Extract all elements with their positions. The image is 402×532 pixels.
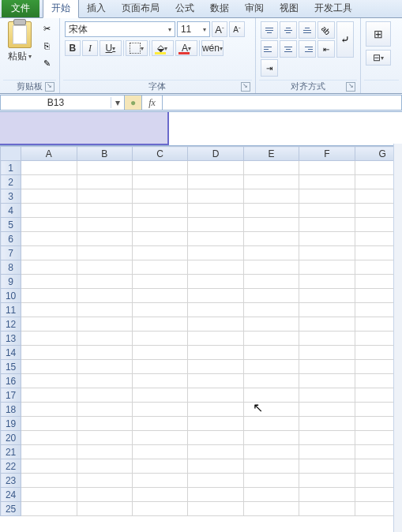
insert-function-button[interactable]: fx	[142, 95, 163, 111]
row-header[interactable]: 3	[1, 189, 21, 204]
row-header[interactable]: 8	[1, 260, 21, 275]
cell[interactable]	[77, 189, 132, 204]
cell[interactable]	[77, 303, 132, 317]
cell[interactable]	[299, 275, 355, 289]
cell[interactable]	[243, 189, 299, 204]
cut-button[interactable]: ✂	[39, 21, 54, 36]
cell[interactable]	[188, 445, 243, 459]
cell[interactable]	[243, 417, 299, 431]
cell[interactable]	[132, 502, 187, 516]
cell[interactable]	[299, 175, 355, 189]
name-box[interactable]: B13 ▾	[0, 95, 125, 111]
cell[interactable]	[21, 189, 77, 204]
cell[interactable]	[21, 317, 77, 332]
tab-formula[interactable]: 公式	[167, 0, 202, 17]
font-name-combo[interactable]: 宋体▾	[65, 21, 175, 37]
cell[interactable]	[243, 332, 299, 346]
cell[interactable]	[21, 218, 77, 232]
row-header[interactable]: 9	[1, 275, 21, 289]
font-size-combo[interactable]: 11▾	[177, 21, 210, 37]
cell[interactable]	[243, 289, 299, 303]
cell[interactable]	[21, 488, 77, 502]
cell[interactable]	[188, 303, 243, 317]
cell[interactable]	[132, 488, 187, 502]
cell[interactable]	[21, 403, 77, 417]
cell[interactable]	[243, 260, 299, 275]
font-color-button[interactable]: A▾	[175, 40, 197, 56]
cell[interactable]	[299, 445, 355, 459]
cell[interactable]	[299, 260, 355, 275]
cell[interactable]	[77, 161, 132, 175]
cell[interactable]	[188, 374, 243, 388]
cell[interactable]	[188, 388, 243, 403]
cell[interactable]	[299, 374, 355, 388]
tab-home[interactable]: 开始	[43, 0, 79, 18]
row-header[interactable]: 23	[1, 474, 21, 488]
row-header[interactable]: 24	[1, 488, 21, 502]
cell[interactable]	[21, 474, 77, 488]
cell[interactable]	[132, 189, 187, 204]
cell[interactable]	[243, 161, 299, 175]
row-header[interactable]: 7	[1, 246, 21, 260]
cell[interactable]	[188, 218, 243, 232]
cell[interactable]	[132, 161, 187, 175]
cell[interactable]	[21, 289, 77, 303]
cell[interactable]	[299, 474, 355, 488]
cell[interactable]	[299, 289, 355, 303]
cell[interactable]	[299, 204, 355, 218]
cell[interactable]	[21, 204, 77, 218]
wrap-text-button[interactable]: ⤶	[336, 21, 354, 58]
col-header[interactable]: A	[21, 147, 77, 161]
cell[interactable]	[299, 246, 355, 260]
cell[interactable]	[243, 459, 299, 474]
cell[interactable]	[132, 360, 187, 374]
increase-indent-button[interactable]: ⇥	[261, 59, 278, 77]
cell[interactable]	[299, 218, 355, 232]
cell[interactable]	[132, 175, 187, 189]
cell[interactable]	[243, 218, 299, 232]
cell[interactable]	[21, 332, 77, 346]
cell[interactable]	[188, 246, 243, 260]
cell[interactable]	[299, 189, 355, 204]
align-left-button[interactable]	[261, 40, 278, 58]
cell[interactable]	[299, 502, 355, 516]
name-box-dropdown[interactable]: ▾	[111, 97, 124, 108]
col-header[interactable]: C	[132, 147, 187, 161]
cell[interactable]	[77, 360, 132, 374]
cell[interactable]	[132, 275, 187, 289]
cell[interactable]	[299, 232, 355, 246]
cell[interactable]	[77, 317, 132, 332]
tab-developer[interactable]: 开发工具	[306, 0, 360, 17]
row-header[interactable]: 5	[1, 218, 21, 232]
cell[interactable]	[243, 502, 299, 516]
cell[interactable]	[21, 388, 77, 403]
bold-button[interactable]: B	[65, 40, 81, 56]
cell[interactable]	[77, 260, 132, 275]
spreadsheet-grid[interactable]: A B C D E F G 12345678910111213141516171…	[0, 146, 402, 532]
cancel-formula-button[interactable]: ●	[125, 95, 142, 111]
cell[interactable]	[188, 417, 243, 431]
cell[interactable]	[188, 502, 243, 516]
cell[interactable]	[132, 204, 187, 218]
row-header[interactable]: 22	[1, 459, 21, 474]
align-launcher[interactable]: ↘	[346, 82, 355, 92]
row-header[interactable]: 1	[1, 161, 21, 175]
cell[interactable]	[299, 403, 355, 417]
row-header[interactable]: 18	[1, 403, 21, 417]
border-button[interactable]: ▾	[126, 40, 148, 56]
row-header[interactable]: 25	[1, 502, 21, 516]
cell[interactable]	[299, 417, 355, 431]
cell[interactable]	[132, 317, 187, 332]
font-launcher[interactable]: ↘	[241, 82, 250, 92]
cell[interactable]	[188, 275, 243, 289]
cell[interactable]	[21, 346, 77, 360]
cell[interactable]	[243, 317, 299, 332]
cell[interactable]	[243, 204, 299, 218]
phonetic-button[interactable]: wén▾	[201, 40, 224, 56]
cell[interactable]	[188, 360, 243, 374]
cell[interactable]	[21, 175, 77, 189]
cell[interactable]	[132, 260, 187, 275]
cell[interactable]	[299, 488, 355, 502]
cell[interactable]	[21, 459, 77, 474]
cell[interactable]	[21, 232, 77, 246]
